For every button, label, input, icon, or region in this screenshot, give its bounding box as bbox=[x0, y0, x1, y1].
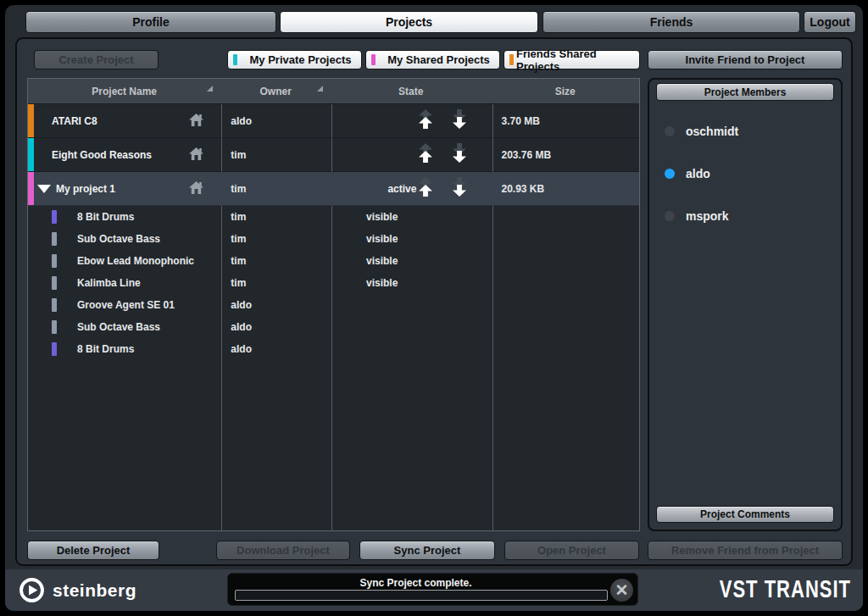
project-comments-button[interactable]: Project Comments bbox=[656, 506, 834, 523]
track-state: visible bbox=[331, 255, 398, 267]
column-header-owner[interactable]: Owner bbox=[220, 79, 331, 103]
sync-arrows bbox=[419, 109, 466, 133]
remove-friend-button[interactable]: Remove Friend from Project bbox=[648, 541, 843, 560]
logout-button[interactable]: Logout bbox=[804, 11, 856, 33]
filter-my-private-projects[interactable]: My Private Projects bbox=[227, 50, 362, 69]
project-size: 203.76 MB bbox=[501, 149, 551, 161]
status-box: Sync Project complete. ✕ bbox=[227, 573, 638, 606]
shared-color-stripe bbox=[371, 54, 376, 65]
track-state: visible bbox=[331, 233, 398, 245]
home-icon bbox=[189, 147, 203, 164]
member-name: oschmidt bbox=[686, 125, 738, 138]
upload-arrow-icon[interactable] bbox=[419, 143, 432, 167]
project-name: My project 1 bbox=[56, 183, 115, 195]
track-owner: tim bbox=[231, 211, 246, 223]
track-color-bar bbox=[52, 298, 57, 312]
track-row[interactable]: Groove Agent SE 01 aldo bbox=[28, 294, 639, 316]
invite-friend-button[interactable]: Invite Friend to Project bbox=[648, 50, 843, 69]
filter-label: My Shared Projects bbox=[387, 53, 490, 66]
vst-transit-window: Profile Projects Friends Logout Create P… bbox=[5, 5, 863, 611]
top-tab-bar: Profile Projects Friends Logout bbox=[5, 5, 863, 37]
sync-arrows bbox=[419, 143, 466, 167]
brand-text: steinberg bbox=[53, 580, 136, 601]
project-state-label: active bbox=[387, 183, 416, 195]
create-project-button[interactable]: Create Project bbox=[34, 50, 159, 69]
track-owner: aldo bbox=[231, 321, 252, 333]
member-row-oschmidt[interactable]: oschmidt bbox=[649, 121, 841, 142]
project-name: Eight Good Reasons bbox=[52, 149, 152, 161]
footer-bar: steinberg Sync Project complete. ✕ VST T… bbox=[5, 569, 863, 611]
home-icon bbox=[189, 114, 203, 130]
project-members-button[interactable]: Project Members bbox=[656, 83, 834, 101]
member-row-mspork[interactable]: mspork bbox=[649, 206, 841, 226]
presence-dot-icon bbox=[665, 126, 675, 136]
app-title: VST TRANSIT bbox=[720, 574, 851, 604]
table-rows: ATARI C8 aldo bbox=[28, 104, 639, 360]
project-name: ATARI C8 bbox=[52, 115, 97, 127]
tab-friends[interactable]: Friends bbox=[542, 11, 800, 33]
sort-indicator-icon bbox=[317, 86, 323, 92]
filter-my-shared-projects[interactable]: My Shared Projects bbox=[365, 50, 500, 69]
tab-projects[interactable]: Projects bbox=[280, 11, 538, 33]
download-arrow-icon[interactable] bbox=[453, 143, 466, 167]
filter-label: Friends Shared Projects bbox=[516, 47, 639, 73]
sort-indicator-icon bbox=[207, 86, 213, 92]
collapse-triangle-icon[interactable] bbox=[37, 185, 51, 193]
table-header: Project Name Owner State Size bbox=[28, 79, 639, 104]
steinberg-logo: steinberg bbox=[19, 577, 136, 603]
track-row[interactable]: Kalimba Line tim visible bbox=[28, 272, 639, 294]
open-project-button[interactable]: Open Project bbox=[504, 541, 639, 560]
close-status-icon[interactable]: ✕ bbox=[610, 579, 633, 602]
project-members-panel: Project Members oschmidt aldo mspork Pro… bbox=[648, 78, 843, 531]
friends-color-stripe bbox=[509, 54, 514, 65]
upload-arrow-icon[interactable] bbox=[419, 177, 432, 201]
presence-dot-icon bbox=[665, 211, 675, 221]
track-row[interactable]: Ebow Lead Monophonic tim visible bbox=[28, 250, 639, 272]
project-table: Project Name Owner State Size bbox=[27, 78, 640, 531]
track-row[interactable]: Sub Octave Bass aldo bbox=[28, 316, 639, 338]
download-arrow-icon[interactable] bbox=[453, 109, 466, 133]
upload-arrow-icon[interactable] bbox=[419, 109, 432, 133]
track-row[interactable]: Sub Octave Bass tim visible bbox=[28, 228, 639, 250]
track-name: Kalimba Line bbox=[77, 277, 141, 289]
sync-arrows bbox=[419, 177, 466, 201]
progress-bar bbox=[235, 590, 608, 601]
column-header-state[interactable]: State bbox=[331, 79, 491, 103]
filter-label: My Private Projects bbox=[250, 53, 352, 66]
project-row-atari-c8[interactable]: ATARI C8 aldo bbox=[28, 104, 639, 138]
member-name: mspork bbox=[686, 209, 729, 223]
track-owner: aldo bbox=[231, 299, 252, 311]
track-name: Sub Octave Bass bbox=[77, 233, 160, 245]
sync-project-button[interactable]: Sync Project bbox=[359, 541, 495, 560]
track-name: 8 Bit Drums bbox=[77, 211, 134, 223]
download-arrow-icon[interactable] bbox=[453, 177, 466, 201]
presence-dot-icon bbox=[665, 169, 675, 179]
project-size: 20.93 KB bbox=[501, 183, 544, 195]
column-header-size[interactable]: Size bbox=[491, 79, 639, 103]
track-owner: tim bbox=[231, 255, 246, 267]
delete-project-button[interactable]: Delete Project bbox=[27, 541, 159, 560]
project-color-stripe bbox=[28, 138, 34, 171]
download-project-button[interactable]: Download Project bbox=[216, 541, 350, 560]
tab-profile[interactable]: Profile bbox=[25, 11, 276, 33]
track-owner: aldo bbox=[231, 343, 252, 355]
track-row[interactable]: 8 Bit Drums tim visible bbox=[28, 206, 639, 228]
project-owner: tim bbox=[231, 149, 246, 161]
track-owner: tim bbox=[231, 277, 246, 289]
status-message: Sync Project complete. bbox=[228, 577, 604, 589]
track-name: Groove Agent SE 01 bbox=[77, 299, 175, 311]
column-header-project-name[interactable]: Project Name bbox=[28, 79, 220, 103]
filter-friends-shared-projects[interactable]: Friends Shared Projects bbox=[504, 50, 640, 69]
track-name: Sub Octave Bass bbox=[77, 321, 160, 333]
project-row-my-project-1[interactable]: My project 1 tim active bbox=[28, 172, 639, 206]
track-row[interactable]: 8 Bit Drums aldo bbox=[28, 338, 639, 360]
track-color-bar bbox=[52, 254, 57, 268]
track-color-bar bbox=[52, 232, 57, 246]
project-owner: aldo bbox=[231, 115, 252, 127]
project-owner: tim bbox=[231, 183, 246, 195]
member-row-aldo[interactable]: aldo bbox=[649, 164, 841, 184]
project-row-eight-good-reasons[interactable]: Eight Good Reasons tim bbox=[28, 138, 639, 172]
project-color-stripe bbox=[28, 172, 34, 205]
track-owner: tim bbox=[231, 233, 246, 245]
track-name: 8 Bit Drums bbox=[77, 343, 134, 355]
